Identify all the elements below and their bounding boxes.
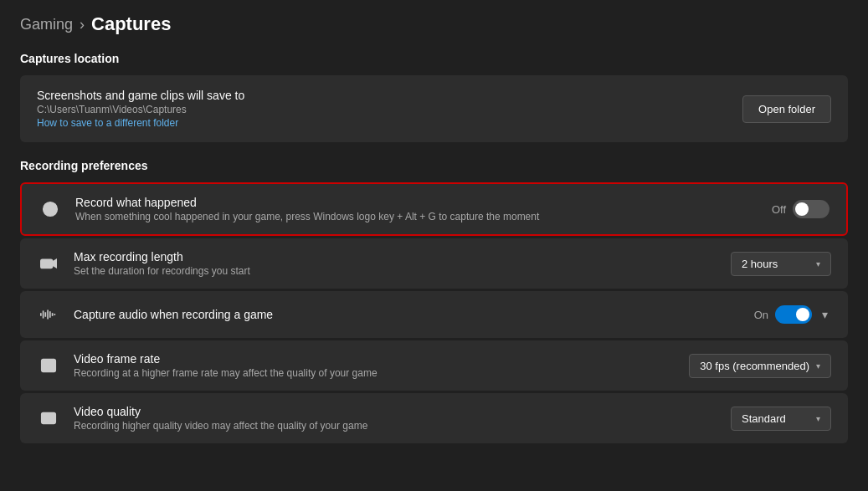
setting-left-quality: Video quality Recording higher quality v… (37, 405, 731, 432)
quality-chevron-icon: ▾ (816, 414, 820, 423)
fps-value: 30 fps (recommended) (700, 360, 809, 372)
setting-right-audio: On ▾ (754, 304, 831, 325)
quality-value: Standard (742, 412, 786, 425)
captures-location-description: Screenshots and game clips will save to (37, 89, 244, 102)
setting-label-fps: Video frame rate (74, 352, 378, 366)
setting-right-max: 2 hours ▾ (731, 252, 831, 276)
max-recording-value: 2 hours (742, 258, 778, 270)
fps-icon: FPS (37, 354, 60, 377)
captures-location-title: Captures location (20, 52, 848, 65)
setting-label-max: Max recording length (74, 250, 250, 263)
page-container: Gaming › Captures Captures location Scre… (0, 0, 868, 459)
setting-text-audio: Capture audio when recording a game (74, 308, 273, 321)
toggle-record[interactable] (793, 200, 829, 218)
setting-row-quality: Video quality Recording higher quality v… (20, 393, 848, 443)
record-icon (39, 197, 62, 221)
breadcrumb: Gaming › Captures (20, 13, 848, 35)
setting-row-audio: Capture audio when recording a game On ▾ (20, 291, 848, 338)
setting-left: Record what happened When something cool… (39, 196, 772, 222)
setting-desc-record: When something cool happened in your gam… (75, 211, 539, 222)
setting-row-fps: FPS Video frame rate Recording at a high… (20, 340, 848, 391)
setting-right-fps: 30 fps (recommended) ▾ (689, 354, 831, 378)
setting-text-record: Record what happened When something cool… (75, 196, 539, 222)
setting-label-audio: Capture audio when recording a game (74, 308, 273, 321)
recording-preferences-title: Recording preferences (20, 159, 848, 172)
setting-left-audio: Capture audio when recording a game (37, 303, 754, 326)
camera-icon (37, 252, 60, 275)
fps-chevron-icon: ▾ (816, 361, 820, 371)
setting-right-quality: Standard ▾ (731, 407, 831, 431)
fps-dropdown[interactable]: 30 fps (recommended) ▾ (689, 354, 831, 378)
breadcrumb-parent: Gaming (20, 16, 73, 33)
toggle-label-audio: On (754, 309, 768, 321)
setting-text-fps: Video frame rate Recording at a higher f… (74, 352, 378, 379)
breadcrumb-separator: › (80, 16, 85, 33)
setting-label-quality: Video quality (74, 405, 367, 418)
svg-point-1 (47, 206, 53, 212)
setting-desc-fps: Recording at a higher frame rate may aff… (74, 367, 378, 379)
setting-row-max-recording: Max recording length Set the duration fo… (20, 238, 848, 289)
toggle-audio[interactable] (775, 305, 812, 324)
captures-location-card: Screenshots and game clips will save to … (20, 75, 848, 142)
captures-location-link[interactable]: How to save to a different folder (37, 117, 244, 129)
captures-location-path: C:\Users\Tuanm\Videos\Captures (37, 104, 244, 115)
audio-expand-chevron-icon[interactable]: ▾ (819, 304, 831, 325)
audio-icon (37, 303, 60, 326)
svg-rect-2 (41, 259, 53, 268)
toggle-slider-audio (775, 305, 812, 324)
toggle-label-record: Off (772, 203, 786, 216)
setting-right-record: Off (772, 200, 829, 218)
setting-text-quality: Video quality Recording higher quality v… (74, 405, 367, 432)
toggle-slider-record (793, 200, 829, 218)
captures-location-info: Screenshots and game clips will save to … (37, 89, 244, 129)
toggle-container-audio: On (754, 305, 812, 324)
setting-left-fps: FPS Video frame rate Recording at a high… (37, 352, 689, 379)
setting-label-record: Record what happened (75, 196, 539, 209)
toggle-container-record: Off (772, 200, 829, 218)
video-quality-icon (37, 407, 60, 430)
setting-left-max: Max recording length Set the duration fo… (37, 250, 731, 277)
setting-desc-quality: Recording higher quality video may affec… (74, 420, 367, 432)
setting-row-record-what-happened: Record what happened When something cool… (20, 182, 848, 236)
max-recording-dropdown[interactable]: 2 hours ▾ (731, 252, 831, 276)
breadcrumb-current: Captures (91, 13, 171, 35)
chevron-down-icon: ▾ (816, 259, 820, 269)
setting-desc-max: Set the duration for recordings you star… (74, 265, 250, 277)
svg-text:FPS: FPS (44, 364, 54, 371)
quality-dropdown[interactable]: Standard ▾ (731, 407, 831, 431)
open-folder-button[interactable]: Open folder (742, 95, 831, 123)
setting-text-max: Max recording length Set the duration fo… (74, 250, 250, 277)
